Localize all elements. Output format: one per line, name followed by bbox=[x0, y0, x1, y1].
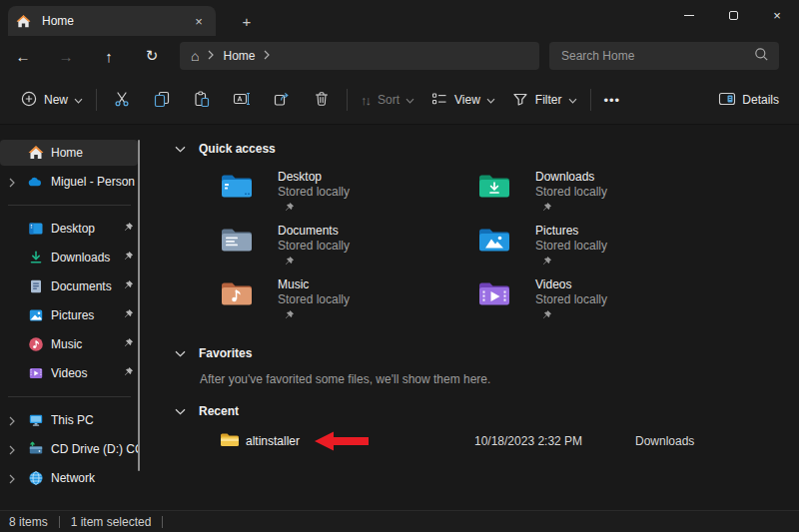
pictures-icon bbox=[28, 307, 44, 323]
recent-file-location[interactable]: Downloads bbox=[635, 434, 694, 448]
back-button[interactable]: ← bbox=[6, 41, 40, 71]
sidebar-label: Downloads bbox=[51, 251, 123, 265]
tile-name: Downloads bbox=[535, 170, 607, 185]
tile-documents[interactable]: Documents Stored locally bbox=[220, 224, 477, 277]
sidebar-label: Network bbox=[51, 471, 138, 485]
copy-button[interactable] bbox=[142, 83, 182, 117]
documents-folder-icon bbox=[220, 226, 254, 254]
chevron-right-icon[interactable] bbox=[9, 444, 15, 458]
sidebar-item-network[interactable]: Network bbox=[0, 465, 138, 491]
paste-button[interactable] bbox=[182, 83, 222, 117]
more-options-button[interactable]: ••• bbox=[596, 87, 629, 114]
details-button[interactable]: Details bbox=[710, 84, 787, 117]
new-tab-button[interactable]: + bbox=[234, 9, 260, 33]
folder-icon bbox=[220, 432, 240, 450]
chevron-down-icon[interactable] bbox=[175, 408, 186, 415]
sidebar-item-desktop[interactable]: Desktop bbox=[0, 216, 138, 242]
breadcrumb[interactable]: ⌂ Home bbox=[180, 42, 539, 70]
this-pc-icon bbox=[28, 412, 44, 428]
tab-close-icon[interactable]: × bbox=[190, 12, 208, 30]
cut-icon bbox=[113, 90, 131, 111]
tile-status: Stored locally bbox=[535, 292, 607, 307]
tile-downloads[interactable]: Downloads Stored locally bbox=[477, 170, 735, 224]
videos-folder-icon bbox=[477, 279, 511, 307]
toolbar-divider bbox=[590, 89, 591, 111]
pin-icon bbox=[284, 309, 350, 323]
search-box[interactable] bbox=[549, 42, 779, 70]
filter-icon bbox=[511, 90, 529, 111]
view-label: View bbox=[454, 93, 480, 107]
status-bar: 8 items 1 item selected bbox=[0, 510, 799, 532]
tile-videos[interactable]: Videos Stored locally bbox=[477, 277, 735, 331]
downloads-icon bbox=[28, 250, 44, 266]
file-explorer-window: Home × + × ← → ↑ ↻ ⌂ Home New bbox=[0, 0, 799, 532]
chevron-down-icon[interactable] bbox=[175, 146, 186, 153]
search-icon[interactable] bbox=[754, 47, 769, 65]
sidebar-label: CD Drive (D:) CC bbox=[51, 442, 138, 456]
share-button[interactable] bbox=[262, 83, 302, 117]
sidebar-item-onedrive[interactable]: Miguel - Person bbox=[0, 169, 138, 195]
refresh-button[interactable]: ↻ bbox=[135, 41, 169, 71]
view-icon bbox=[430, 90, 448, 111]
sidebar-label: Miguel - Person bbox=[51, 175, 138, 189]
chevron-down-icon[interactable] bbox=[175, 350, 186, 357]
pin-icon bbox=[123, 308, 134, 322]
sidebar-scrollbar[interactable] bbox=[138, 140, 140, 471]
maximize-button[interactable] bbox=[711, 0, 755, 31]
sidebar-item-cd-drive[interactable]: CD Drive (D:) CC bbox=[0, 436, 138, 462]
details-pane-icon bbox=[718, 90, 736, 111]
pin-icon bbox=[284, 202, 350, 216]
pin-icon bbox=[541, 202, 607, 216]
sidebar-item-this-pc[interactable]: This PC bbox=[0, 407, 138, 433]
filter-button[interactable]: Filter bbox=[503, 84, 585, 117]
up-button[interactable]: ↑ bbox=[92, 41, 126, 71]
tile-desktop[interactable]: Desktop Stored locally bbox=[220, 170, 477, 224]
breadcrumb-home-icon[interactable]: ⌂ bbox=[191, 49, 199, 63]
recent-file-row[interactable]: altinstaller 10/18/2023 2:32 PM Download… bbox=[143, 428, 799, 454]
section-title: Recent bbox=[199, 404, 239, 418]
tile-music[interactable]: Music Stored locally bbox=[220, 277, 477, 331]
sidebar-item-home[interactable]: Home bbox=[0, 140, 138, 166]
sort-button[interactable]: ↑↓ Sort bbox=[353, 87, 422, 114]
sidebar-item-music[interactable]: Music bbox=[0, 331, 138, 357]
pin-icon bbox=[541, 309, 607, 323]
sidebar-label: Pictures bbox=[51, 308, 123, 322]
tab-home[interactable]: Home × bbox=[8, 6, 216, 36]
section-recent[interactable]: Recent bbox=[143, 403, 799, 419]
chevron-right-icon[interactable] bbox=[9, 473, 15, 487]
sidebar-item-documents[interactable]: Documents bbox=[0, 273, 138, 299]
minimize-button[interactable] bbox=[667, 0, 711, 31]
search-input[interactable] bbox=[559, 48, 754, 64]
chevron-down-icon bbox=[405, 93, 414, 107]
close-button[interactable]: × bbox=[755, 0, 799, 31]
breadcrumb-item-home[interactable]: Home bbox=[223, 49, 255, 63]
pin-icon bbox=[123, 251, 134, 265]
chevron-right-icon[interactable] bbox=[9, 415, 15, 429]
new-button[interactable]: New bbox=[12, 84, 91, 117]
pin-icon bbox=[284, 256, 350, 269]
forward-button[interactable]: → bbox=[49, 41, 83, 71]
chevron-down-icon bbox=[74, 93, 83, 107]
cut-button[interactable] bbox=[102, 83, 142, 117]
maximize-icon bbox=[729, 11, 738, 20]
paste-icon bbox=[193, 90, 211, 111]
section-favorites[interactable]: Favorites bbox=[143, 345, 799, 361]
tile-name: Desktop bbox=[278, 170, 350, 185]
section-quick-access[interactable]: Quick access bbox=[143, 141, 799, 157]
music-folder-icon bbox=[220, 279, 254, 307]
delete-button[interactable] bbox=[302, 83, 342, 117]
sort-label: Sort bbox=[378, 93, 400, 107]
tile-pictures[interactable]: Pictures Stored locally bbox=[477, 224, 735, 277]
recent-file-name[interactable]: altinstaller bbox=[246, 434, 300, 448]
sidebar-item-pictures[interactable]: Pictures bbox=[0, 302, 138, 328]
sidebar-label: This PC bbox=[51, 413, 138, 427]
pin-icon bbox=[541, 256, 607, 269]
rename-button[interactable] bbox=[222, 83, 262, 117]
view-button[interactable]: View bbox=[422, 84, 503, 117]
favorites-empty-message: After you've favorited some files, we'll… bbox=[200, 372, 799, 386]
sidebar-item-videos[interactable]: Videos bbox=[0, 360, 138, 386]
sidebar-item-downloads[interactable]: Downloads bbox=[0, 245, 138, 270]
toolbar-divider bbox=[96, 89, 97, 111]
sidebar-label: Documents bbox=[51, 279, 123, 293]
chevron-right-icon[interactable] bbox=[9, 177, 15, 191]
